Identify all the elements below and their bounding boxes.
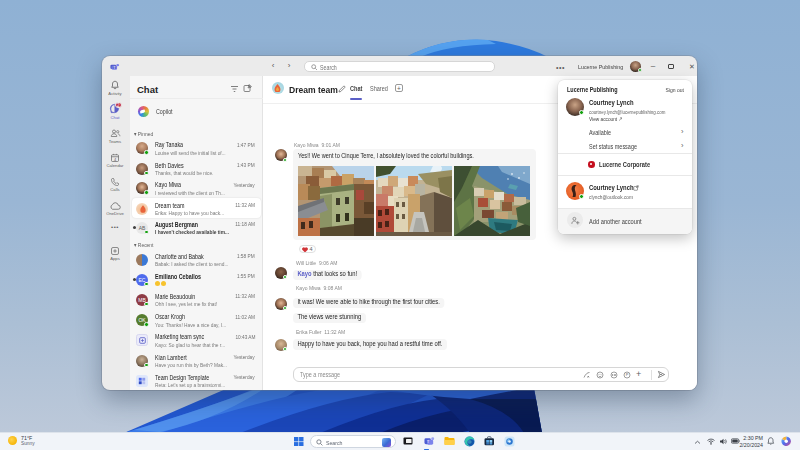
svg-text:P: P <box>625 372 628 377</box>
svg-text:4: 4 <box>114 157 117 162</box>
svg-text:T: T <box>113 66 115 70</box>
